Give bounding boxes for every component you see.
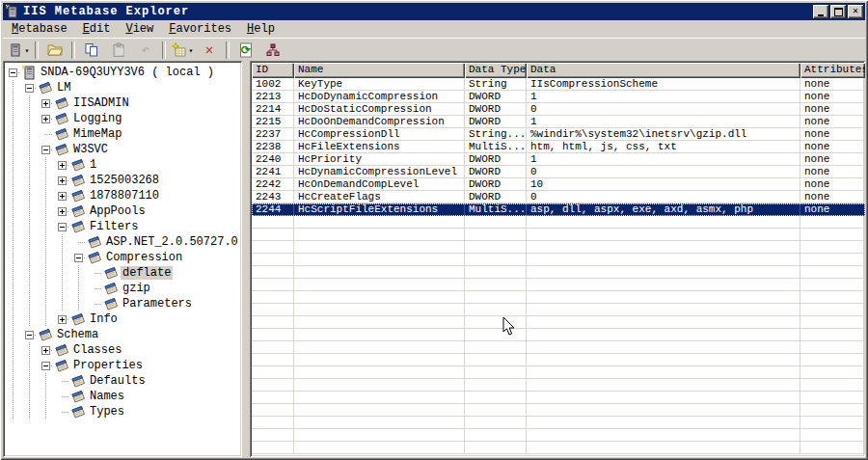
- plus-box-icon: [41, 346, 50, 355]
- property-row-1002[interactable]: 1002KeyTypeStringIIsCompressionSchemenon…: [252, 78, 865, 91]
- cell-id: 2237: [252, 128, 294, 141]
- copy-button[interactable]: [78, 40, 105, 61]
- tree-indent-guide: [21, 265, 38, 281]
- tree-item-gzip[interactable]: gzip: [5, 281, 240, 296]
- property-row-2213[interactable]: 2213HcDoDynamicCompressionDWORD1none: [252, 91, 865, 103]
- key-icon: [103, 265, 121, 281]
- key-icon: [70, 373, 88, 389]
- tree-indent-guide: [38, 173, 54, 188]
- expand-toggle[interactable]: [54, 311, 70, 327]
- tree-indent-guide: [5, 373, 21, 389]
- expand-toggle[interactable]: [21, 80, 38, 95]
- cell-name: HcPriority: [294, 153, 465, 166]
- property-row-2240[interactable]: 2240HcPriorityDWORD1none: [252, 153, 865, 166]
- tree-item-asp-net-2-0-50727-0[interactable]: ASP.NET_2.0.50727.0: [5, 234, 240, 250]
- tree-item-parameters[interactable]: Parameters: [5, 296, 240, 311]
- cell-name: [294, 316, 465, 329]
- column-header-data-type[interactable]: Data Type: [465, 63, 527, 78]
- minus-box-icon: [41, 362, 50, 370]
- expand-toggle[interactable]: [38, 342, 54, 358]
- property-row-2238[interactable]: 2238HcFileExtensionsMultiS...htm, html, …: [252, 141, 865, 153]
- cell-name: [294, 216, 465, 229]
- tree-item-1525003268[interactable]: 1525003268: [5, 173, 240, 188]
- paste-button[interactable]: [105, 40, 132, 61]
- tree-item-classes[interactable]: Classes: [5, 342, 240, 358]
- expand-toggle[interactable]: [5, 65, 21, 80]
- tree-item-info[interactable]: Info: [5, 311, 240, 327]
- new-key-button[interactable]: ▾: [169, 40, 196, 61]
- open-folder-button[interactable]: [41, 40, 68, 61]
- property-row-2241[interactable]: 2241HcDynamicCompressionLevelDWORD0none: [252, 166, 865, 178]
- tree-indent-guide: [5, 157, 21, 173]
- menu-help[interactable]: Help: [239, 21, 283, 37]
- tree-item-1[interactable]: 1: [5, 157, 240, 173]
- key-icon: [54, 126, 71, 142]
- tree-item-snda-69q3uyy3v6-local[interactable]: SNDA-69Q3UYY3V6 ( local ): [5, 65, 240, 80]
- cell-name: [294, 279, 465, 291]
- tree-item-1878807110[interactable]: 1878807110: [5, 188, 240, 203]
- tree-indent-guide: [5, 95, 21, 111]
- expand-toggle[interactable]: [54, 157, 70, 173]
- cell-data-type: [465, 366, 527, 379]
- tree-item-label: Info: [88, 312, 120, 326]
- property-row-2244[interactable]: 2244HcScriptFileExtensionsMultiS...asp, …: [252, 203, 865, 216]
- connect-computer-button[interactable]: ▾: [5, 40, 32, 61]
- property-row-2243[interactable]: 2243HcCreateFlagsDWORD0none: [252, 191, 865, 203]
- tree-indent-guide: [54, 234, 70, 250]
- pane-splitter[interactable]: [242, 61, 250, 457]
- tree-item-lm[interactable]: LM: [5, 80, 240, 95]
- tree-item-mimemap[interactable]: MimeMap: [5, 126, 240, 142]
- expand-toggle[interactable]: [54, 173, 70, 188]
- cell-id: [252, 329, 294, 341]
- tree-item-w3svc[interactable]: W3SVC: [5, 142, 240, 157]
- property-row-2215[interactable]: 2215HcDoOnDemandCompressionDWORD1none: [252, 116, 865, 128]
- tree-item-schema[interactable]: Schema: [5, 327, 240, 342]
- menu-edit[interactable]: Edit: [75, 21, 119, 37]
- column-header-attributes[interactable]: Attributes: [800, 63, 865, 78]
- menu-favorites[interactable]: Favorites: [161, 21, 239, 37]
- column-header-name[interactable]: Name: [294, 63, 465, 78]
- cell-id: [252, 429, 294, 442]
- tree-item-logging[interactable]: Logging: [5, 111, 240, 126]
- tree-item-names[interactable]: Names: [5, 389, 240, 404]
- cell-attributes: none: [800, 178, 865, 191]
- cell-name: HcCompressionDll: [294, 128, 465, 141]
- cell-id: [252, 254, 294, 266]
- expand-toggle[interactable]: [38, 142, 54, 157]
- column-header-id[interactable]: ID: [252, 63, 294, 78]
- tree-item-iisadmin[interactable]: IISADMIN: [5, 95, 240, 111]
- menu-view[interactable]: View: [118, 21, 161, 37]
- delete-button[interactable]: ✕: [196, 40, 223, 61]
- refresh-button[interactable]: ⟳: [232, 40, 259, 61]
- expand-toggle[interactable]: [54, 219, 70, 234]
- tree-item-apppools[interactable]: AppPools: [5, 203, 240, 219]
- undo-button[interactable]: ↶: [132, 40, 159, 61]
- tree-indent-guide: [54, 281, 70, 296]
- close-button[interactable]: ✕: [848, 5, 863, 18]
- expand-toggle[interactable]: [54, 203, 70, 219]
- hierarchy-view-button[interactable]: [259, 40, 286, 61]
- minimize-button[interactable]: [813, 5, 828, 18]
- expand-toggle[interactable]: [54, 188, 70, 203]
- tree-item-label: Schema: [55, 328, 100, 341]
- menu-metabase[interactable]: Metabase: [4, 21, 75, 37]
- tree-item-types[interactable]: Types: [5, 404, 240, 419]
- maximize-button[interactable]: [830, 5, 846, 18]
- tree-item-defaults[interactable]: Defaults: [5, 373, 240, 389]
- expand-toggle[interactable]: [38, 95, 54, 111]
- property-row-2242[interactable]: 2242HcOnDemandCompLevelDWORD10none: [252, 178, 865, 191]
- property-row-2214[interactable]: 2214HcDoStaticCompressionDWORD0none: [252, 103, 865, 116]
- property-row-2237[interactable]: 2237HcCompressionDllString...%windir%\sy…: [252, 128, 865, 141]
- expand-toggle[interactable]: [38, 358, 54, 373]
- tree-item-compression[interactable]: Compression: [5, 250, 240, 265]
- cell-attributes: [800, 229, 865, 241]
- expand-toggle[interactable]: [70, 250, 87, 265]
- expand-toggle[interactable]: [38, 111, 54, 126]
- column-header-data[interactable]: Data: [527, 63, 800, 78]
- expand-toggle[interactable]: [21, 327, 38, 342]
- tree-item-filters[interactable]: Filters: [5, 219, 240, 234]
- cell-name: [294, 241, 465, 254]
- tree-item-properties[interactable]: Properties: [5, 358, 240, 373]
- tree-item-deflate[interactable]: deflate: [5, 265, 240, 281]
- tree-indent-guide: [38, 389, 54, 404]
